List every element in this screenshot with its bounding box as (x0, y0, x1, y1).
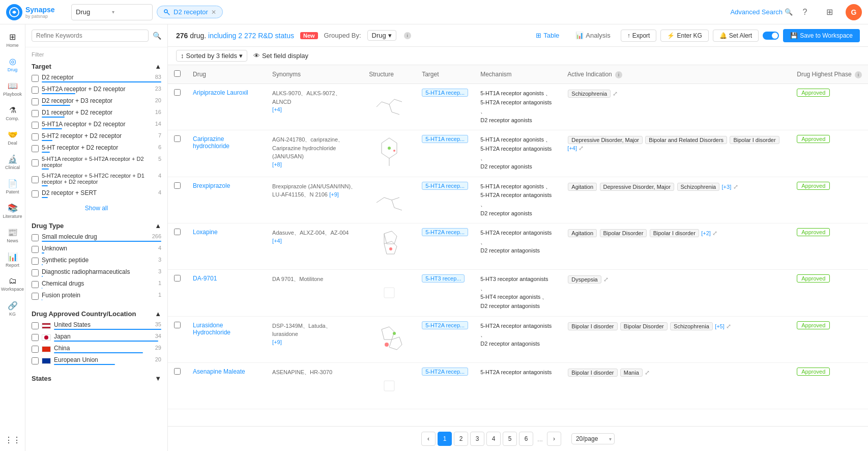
filter-checkbox-unknown[interactable] (32, 246, 39, 253)
filter-checkbox-5ht1a-d2[interactable] (32, 122, 39, 129)
drug-link[interactable]: Lurasidone Hydrochloride (193, 322, 230, 336)
save-to-workspace-button[interactable]: 💾 Save to Workspace (783, 29, 860, 42)
sidebar-item-clinical[interactable]: 🔬 Clinical (2, 151, 24, 173)
expand-icon[interactable]: ⤢ (645, 369, 650, 376)
sidebar-item-literature[interactable]: 📚 Literature (2, 200, 24, 222)
page-5-button[interactable]: 5 (503, 432, 517, 446)
expand-icon[interactable]: ⤢ (726, 323, 731, 330)
table-view-button[interactable]: ⊞ Table (530, 29, 565, 42)
filter-checkbox-5ht2-d2[interactable] (32, 133, 39, 140)
page-2-button[interactable]: 2 (454, 432, 468, 446)
page-4-button[interactable]: 4 (486, 432, 501, 446)
alert-toggle[interactable] (763, 32, 779, 40)
prev-page-button[interactable]: ‹ (421, 432, 436, 446)
sidebar-item-patent[interactable]: 📄 Patent (2, 175, 24, 198)
sidebar-item-comp[interactable]: ⚗ Comp. (2, 102, 24, 124)
apps-button[interactable]: ⊞ (821, 4, 837, 20)
expand-icon[interactable]: ⤢ (603, 276, 609, 283)
indication-more[interactable]: [+5] (715, 323, 725, 329)
filter-checkbox-chemical-drugs[interactable] (32, 281, 39, 288)
filter-checkbox-fusion-protein[interactable] (32, 293, 39, 300)
target-section-header[interactable]: Target ▲ (32, 61, 161, 72)
filter-checkbox-5ht-d2[interactable] (32, 145, 39, 152)
synonyms-more[interactable]: [+9] (329, 191, 339, 198)
sidebar-item-drug[interactable]: ◎ Drug (2, 53, 24, 75)
sidebar-item-kg[interactable]: 🔗 KG (2, 297, 24, 320)
filter-checkbox-d1-d2[interactable] (32, 110, 39, 117)
tab-close-icon[interactable]: ✕ (211, 9, 216, 16)
filter-checkbox-japan[interactable] (32, 334, 39, 341)
sidebar-item-news[interactable]: 📰 News (2, 224, 24, 246)
filter-checkbox-d2[interactable] (32, 75, 39, 82)
drug-link[interactable]: DA-9701 (193, 275, 217, 282)
page-3-button[interactable]: 3 (470, 432, 484, 446)
indication-more[interactable]: [+3] (722, 184, 732, 190)
sorted-by-selector[interactable]: ↕ Sorted by 3 fields ▾ (176, 50, 247, 62)
page-1-button[interactable]: 1 (438, 432, 452, 446)
drug-link[interactable]: Cariprazine hydrochloride (193, 135, 229, 150)
indication-more[interactable]: [+4] (567, 145, 577, 151)
row-checkbox[interactable] (174, 275, 181, 281)
row-checkbox[interactable] (174, 229, 181, 235)
phase-info-icon[interactable]: i (855, 71, 862, 78)
synonyms-more[interactable]: [+4] (272, 238, 282, 244)
enter-kg-button[interactable]: ⚡ Enter KG (660, 30, 708, 42)
row-checkbox[interactable] (174, 135, 181, 142)
row-checkbox[interactable] (174, 89, 181, 96)
show-all-target-button[interactable]: Show all (85, 203, 108, 214)
row-checkbox[interactable] (174, 322, 181, 328)
refine-keywords-input[interactable] (32, 30, 149, 42)
expand-icon[interactable]: ⤢ (712, 230, 717, 237)
row-checkbox[interactable] (174, 368, 181, 375)
analysis-view-button[interactable]: 📊 Analysis (569, 29, 616, 42)
states-section-header[interactable]: States ▼ (32, 373, 161, 384)
drug-link[interactable]: Asenapine Maleate (193, 368, 245, 375)
set-field-display-button[interactable]: 👁 Set field display (253, 52, 308, 60)
grouped-by-selector[interactable]: Drug ▾ (367, 30, 396, 41)
synonyms-more[interactable]: [+4] (272, 106, 282, 112)
sidebar-item-deal[interactable]: 🤝 Deal (2, 126, 24, 149)
set-alert-button[interactable]: 🔔 Set Alert (713, 30, 759, 42)
filter-checkbox-5ht2a-5ht2c-d1-d2[interactable] (32, 176, 39, 183)
row-checkbox[interactable] (174, 182, 181, 189)
search-type-selector[interactable]: Drug ▾ (71, 4, 153, 20)
indication-more[interactable]: [+2] (701, 230, 711, 236)
next-page-button[interactable]: › (547, 432, 561, 446)
filter-checkbox-d2-sert[interactable] (32, 190, 39, 198)
select-all-checkbox[interactable] (174, 70, 181, 77)
expand-icon[interactable]: ⤢ (613, 90, 618, 97)
sidebar-item-playbook[interactable]: 📖 Playbook (2, 77, 24, 100)
grouped-info-icon[interactable]: i (404, 32, 411, 39)
filter-checkbox-china[interactable] (32, 346, 39, 353)
page-6-button[interactable]: 6 (519, 432, 533, 446)
advanced-search-link[interactable]: Advanced Search 🔍 (730, 8, 793, 16)
sidebar-item-more[interactable]: ⋮⋮ (2, 429, 24, 451)
filter-checkbox-diagnostic[interactable] (32, 269, 39, 276)
country-section-header[interactable]: Drug Approved Country/Location ▲ (32, 308, 161, 320)
per-page-selector[interactable]: 20/page 50/page 100/page (571, 433, 615, 444)
sidebar-item-workspace[interactable]: 🗂 Workspace (2, 273, 24, 295)
sidebar-item-home[interactable]: ⊞ Home (2, 29, 24, 51)
filter-checkbox-us[interactable] (32, 322, 39, 329)
filter-checkbox-5ht2a-d2[interactable] (32, 87, 39, 94)
drug-type-section-header[interactable]: Drug Type ▲ (32, 220, 161, 232)
drug-link[interactable]: Loxapine (193, 229, 218, 236)
rd-status-link[interactable]: including 2 272 R&D status (208, 32, 294, 40)
sidebar-item-report[interactable]: 📊 Report (2, 248, 24, 271)
filter-checkbox-eu[interactable] (32, 357, 39, 364)
indication-info-icon[interactable]: i (615, 71, 622, 78)
drug-link[interactable]: Brexpiprazole (193, 182, 230, 189)
active-search-tab[interactable]: D2 receptor ✕ (157, 6, 223, 18)
filter-checkbox-d2-d3[interactable] (32, 98, 39, 105)
expand-icon[interactable]: ⤢ (733, 183, 738, 190)
search-button[interactable]: 🔍 (153, 32, 161, 40)
drug-link[interactable]: Aripiprazole Lauroxil (193, 89, 248, 96)
filter-checkbox-small-molecule[interactable] (32, 234, 39, 241)
filter-checkbox-5ht1a-5ht2a-d2[interactable] (32, 159, 39, 166)
filter-checkbox-synthetic-peptide[interactable] (32, 258, 39, 265)
export-button[interactable]: ↑ Export (621, 30, 657, 42)
synonyms-more[interactable]: [+8] (272, 161, 282, 167)
user-avatar[interactable]: G (846, 4, 862, 20)
help-button[interactable]: ? (797, 4, 813, 20)
synonyms-more[interactable]: [+9] (272, 339, 282, 345)
